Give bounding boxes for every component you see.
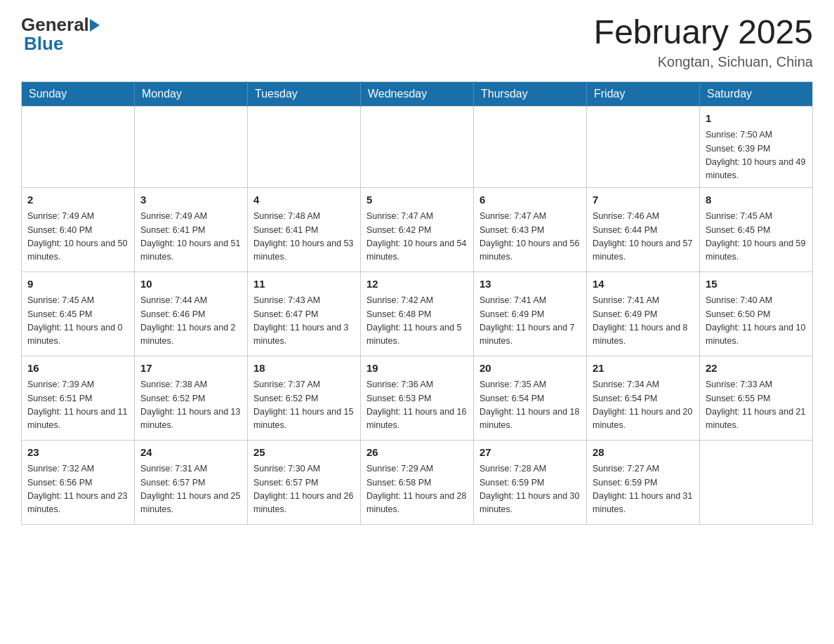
calendar-cell (361, 106, 474, 187)
day-of-week-header: Friday (587, 81, 700, 106)
calendar-week-row: 2Sunrise: 7:49 AM Sunset: 6:40 PM Daylig… (22, 187, 813, 271)
day-info: Sunrise: 7:36 AM Sunset: 6:53 PM Dayligh… (366, 378, 468, 433)
day-info: Sunrise: 7:44 AM Sunset: 6:46 PM Dayligh… (140, 294, 241, 349)
day-number: 6 (479, 192, 581, 208)
day-number: 22 (706, 361, 807, 377)
calendar-cell: 27Sunrise: 7:28 AM Sunset: 6:59 PM Dayli… (474, 440, 587, 524)
day-number: 8 (706, 192, 807, 208)
day-of-week-header: Thursday (474, 81, 587, 106)
calendar-cell: 21Sunrise: 7:34 AM Sunset: 6:54 PM Dayli… (587, 356, 700, 440)
calendar-cell: 3Sunrise: 7:49 AM Sunset: 6:41 PM Daylig… (135, 187, 248, 271)
day-number: 18 (253, 361, 355, 377)
day-number: 9 (27, 276, 128, 293)
day-info: Sunrise: 7:27 AM Sunset: 6:59 PM Dayligh… (593, 462, 694, 517)
logo-blue-text: Blue (24, 33, 63, 54)
month-title: February 2025 (594, 14, 813, 51)
calendar-week-row: 1Sunrise: 7:50 AM Sunset: 6:39 PM Daylig… (22, 106, 813, 187)
day-number: 26 (366, 445, 468, 461)
day-info: Sunrise: 7:34 AM Sunset: 6:54 PM Dayligh… (593, 378, 694, 433)
day-info: Sunrise: 7:35 AM Sunset: 6:54 PM Dayligh… (479, 378, 581, 433)
day-number: 27 (479, 445, 581, 461)
day-number: 13 (479, 276, 581, 293)
day-info: Sunrise: 7:29 AM Sunset: 6:58 PM Dayligh… (366, 462, 468, 517)
calendar-header-row: SundayMondayTuesdayWednesdayThursdayFrid… (22, 81, 813, 106)
day-of-week-header: Tuesday (248, 81, 361, 106)
calendar-cell: 2Sunrise: 7:49 AM Sunset: 6:40 PM Daylig… (22, 187, 135, 271)
day-info: Sunrise: 7:37 AM Sunset: 6:52 PM Dayligh… (253, 378, 355, 433)
day-number: 10 (140, 276, 241, 293)
logo: General Blue (21, 14, 100, 55)
day-of-week-header: Saturday (700, 81, 813, 106)
day-number: 1 (706, 111, 807, 127)
day-number: 12 (366, 276, 468, 293)
calendar-table: SundayMondayTuesdayWednesdayThursdayFrid… (21, 81, 813, 525)
calendar-cell: 19Sunrise: 7:36 AM Sunset: 6:53 PM Dayli… (361, 356, 474, 440)
day-info: Sunrise: 7:40 AM Sunset: 6:50 PM Dayligh… (706, 294, 807, 349)
day-info: Sunrise: 7:43 AM Sunset: 6:47 PM Dayligh… (253, 294, 355, 349)
day-info: Sunrise: 7:49 AM Sunset: 6:41 PM Dayligh… (140, 210, 241, 264)
calendar-cell (474, 106, 587, 187)
day-of-week-header: Monday (135, 81, 248, 106)
calendar-cell (700, 440, 813, 524)
day-info: Sunrise: 7:31 AM Sunset: 6:57 PM Dayligh… (140, 462, 241, 517)
day-number: 11 (253, 276, 355, 293)
day-number: 15 (706, 276, 807, 293)
calendar-cell: 4Sunrise: 7:48 AM Sunset: 6:41 PM Daylig… (248, 187, 361, 271)
day-number: 23 (27, 445, 128, 461)
day-number: 14 (593, 276, 694, 293)
calendar-cell: 25Sunrise: 7:30 AM Sunset: 6:57 PM Dayli… (248, 440, 361, 524)
day-info: Sunrise: 7:46 AM Sunset: 6:44 PM Dayligh… (593, 210, 694, 264)
day-info: Sunrise: 7:48 AM Sunset: 6:41 PM Dayligh… (253, 210, 355, 264)
calendar-cell: 17Sunrise: 7:38 AM Sunset: 6:52 PM Dayli… (135, 356, 248, 440)
day-info: Sunrise: 7:33 AM Sunset: 6:55 PM Dayligh… (706, 378, 807, 433)
calendar-cell: 20Sunrise: 7:35 AM Sunset: 6:54 PM Dayli… (474, 356, 587, 440)
calendar-cell: 11Sunrise: 7:43 AM Sunset: 6:47 PM Dayli… (248, 271, 361, 356)
day-number: 17 (140, 361, 241, 377)
calendar-cell: 16Sunrise: 7:39 AM Sunset: 6:51 PM Dayli… (22, 356, 135, 440)
day-number: 16 (27, 361, 128, 377)
calendar-cell: 1Sunrise: 7:50 AM Sunset: 6:39 PM Daylig… (700, 106, 813, 187)
day-info: Sunrise: 7:50 AM Sunset: 6:39 PM Dayligh… (706, 128, 807, 183)
calendar-cell: 5Sunrise: 7:47 AM Sunset: 6:42 PM Daylig… (361, 187, 474, 271)
day-number: 5 (366, 192, 468, 208)
calendar-cell: 6Sunrise: 7:47 AM Sunset: 6:43 PM Daylig… (474, 187, 587, 271)
title-block: February 2025 Kongtan, Sichuan, China (594, 14, 813, 70)
calendar-week-row: 16Sunrise: 7:39 AM Sunset: 6:51 PM Dayli… (22, 356, 813, 440)
calendar-cell: 15Sunrise: 7:40 AM Sunset: 6:50 PM Dayli… (700, 271, 813, 356)
calendar-cell: 14Sunrise: 7:41 AM Sunset: 6:49 PM Dayli… (587, 271, 700, 356)
day-number: 4 (253, 192, 355, 208)
calendar-cell: 13Sunrise: 7:41 AM Sunset: 6:49 PM Dayli… (474, 271, 587, 356)
location-text: Kongtan, Sichuan, China (594, 54, 813, 70)
logo-triangle-icon (90, 19, 100, 32)
day-number: 19 (366, 361, 468, 377)
day-of-week-header: Sunday (22, 81, 135, 106)
day-number: 2 (27, 192, 128, 208)
calendar-cell: 7Sunrise: 7:46 AM Sunset: 6:44 PM Daylig… (587, 187, 700, 271)
page-header: General Blue February 2025 Kongtan, Sich… (21, 14, 813, 70)
day-info: Sunrise: 7:41 AM Sunset: 6:49 PM Dayligh… (593, 294, 694, 349)
day-number: 28 (593, 445, 694, 461)
day-info: Sunrise: 7:47 AM Sunset: 6:43 PM Dayligh… (479, 210, 581, 264)
calendar-cell: 24Sunrise: 7:31 AM Sunset: 6:57 PM Dayli… (135, 440, 248, 524)
day-info: Sunrise: 7:38 AM Sunset: 6:52 PM Dayligh… (140, 378, 241, 433)
calendar-cell: 10Sunrise: 7:44 AM Sunset: 6:46 PM Dayli… (135, 271, 248, 356)
calendar-cell: 22Sunrise: 7:33 AM Sunset: 6:55 PM Dayli… (700, 356, 813, 440)
calendar-cell (135, 106, 248, 187)
day-info: Sunrise: 7:45 AM Sunset: 6:45 PM Dayligh… (27, 294, 128, 349)
calendar-cell: 26Sunrise: 7:29 AM Sunset: 6:58 PM Dayli… (361, 440, 474, 524)
day-number: 24 (140, 445, 241, 461)
calendar-week-row: 9Sunrise: 7:45 AM Sunset: 6:45 PM Daylig… (22, 271, 813, 356)
day-info: Sunrise: 7:32 AM Sunset: 6:56 PM Dayligh… (27, 462, 128, 517)
calendar-cell: 23Sunrise: 7:32 AM Sunset: 6:56 PM Dayli… (22, 440, 135, 524)
day-number: 25 (253, 445, 355, 461)
calendar-cell: 8Sunrise: 7:45 AM Sunset: 6:45 PM Daylig… (700, 187, 813, 271)
day-info: Sunrise: 7:41 AM Sunset: 6:49 PM Dayligh… (479, 294, 581, 349)
calendar-cell: 9Sunrise: 7:45 AM Sunset: 6:45 PM Daylig… (22, 271, 135, 356)
calendar-cell (248, 106, 361, 187)
day-info: Sunrise: 7:28 AM Sunset: 6:59 PM Dayligh… (479, 462, 581, 517)
day-info: Sunrise: 7:47 AM Sunset: 6:42 PM Dayligh… (366, 210, 468, 264)
calendar-cell: 28Sunrise: 7:27 AM Sunset: 6:59 PM Dayli… (587, 440, 700, 524)
day-of-week-header: Wednesday (361, 81, 474, 106)
day-number: 21 (593, 361, 694, 377)
calendar-cell (587, 106, 700, 187)
